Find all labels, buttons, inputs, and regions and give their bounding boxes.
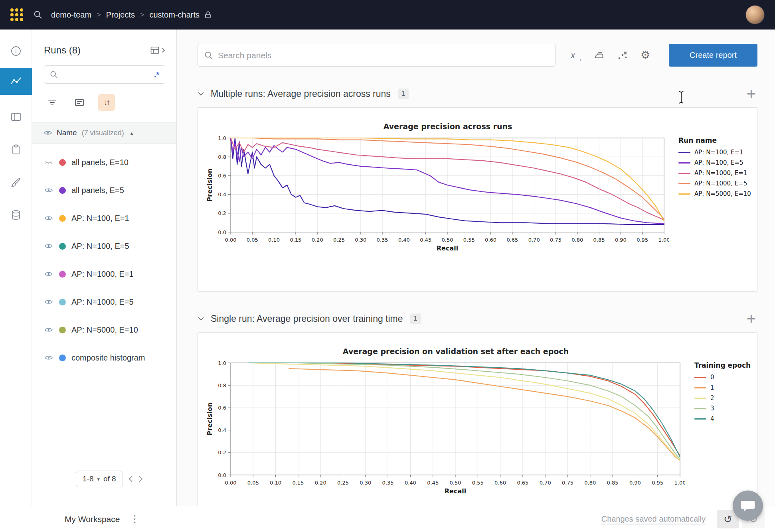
run-row[interactable]: AP: N=100, E=5 xyxy=(32,232,176,260)
charts-workspace-icon[interactable] xyxy=(0,68,32,95)
run-row[interactable]: AP: N=100, E=1 xyxy=(32,204,176,232)
brush-icon[interactable] xyxy=(0,170,32,194)
svg-text:Precision: Precision xyxy=(206,169,214,202)
run-name: AP: N=1000, E=1 xyxy=(71,270,134,279)
svg-text:1.00: 1.00 xyxy=(674,480,685,486)
caret-down-icon: ▾ xyxy=(97,476,100,482)
filter-icon[interactable] xyxy=(44,94,61,111)
settings-gear-icon[interactable]: ⚙ xyxy=(641,50,650,61)
legend-item: AP: N=1000, E=1 xyxy=(678,169,751,177)
svg-text:0.40: 0.40 xyxy=(398,237,410,243)
run-row[interactable]: AP: N=1000, E=1 xyxy=(32,260,176,288)
panel-search-input[interactable] xyxy=(218,51,549,60)
support-chat-button[interactable] xyxy=(733,491,763,521)
svg-text:0.05: 0.05 xyxy=(247,480,259,486)
panel-count-badge: 1 xyxy=(410,313,421,324)
legend-label: 3 xyxy=(710,405,714,412)
breadcrumb-project-name[interactable]: custom-charts xyxy=(149,10,200,20)
svg-text:0.10: 0.10 xyxy=(270,480,281,486)
avatar[interactable] xyxy=(745,5,765,24)
svg-text:0.80: 0.80 xyxy=(571,237,583,243)
chart-area: Average precision on validation set afte… xyxy=(206,343,685,499)
prev-page-button[interactable] xyxy=(129,475,133,483)
chart-legend: Run nameAP: N=100, E=1AP: N=100, E=5AP: … xyxy=(669,118,751,256)
run-color-dot xyxy=(59,215,66,222)
add-panel-icon[interactable]: + xyxy=(747,86,756,102)
eye-hidden-icon[interactable] xyxy=(44,160,53,166)
eye-visible-icon[interactable] xyxy=(44,327,53,333)
svg-text:0.60: 0.60 xyxy=(494,480,506,486)
add-panel-icon[interactable]: + xyxy=(747,311,756,327)
panel-bank-icon[interactable] xyxy=(150,46,165,54)
legend-line-swatch xyxy=(694,418,706,420)
run-row[interactable]: all panels, E=5 xyxy=(32,176,176,204)
clipboard-icon[interactable] xyxy=(0,138,32,162)
wandb-logo[interactable] xyxy=(10,8,23,21)
column-header-name: Name xyxy=(57,128,77,137)
breadcrumb-team[interactable]: demo-team xyxy=(51,10,91,20)
chevron-down-icon[interactable] xyxy=(198,317,204,321)
runs-column-header[interactable]: Name (7 visualized) ▴ xyxy=(32,122,176,144)
chart-panel-average-precision-across-runs[interactable]: Average precision across runs 0.000.050.… xyxy=(198,107,757,292)
legend-line-swatch xyxy=(678,193,690,195)
run-color-dot xyxy=(59,159,66,166)
create-report-button[interactable]: Create report xyxy=(669,44,757,67)
run-row[interactable]: composite histogram xyxy=(32,344,176,372)
info-icon[interactable] xyxy=(0,39,32,63)
svg-text:0.45: 0.45 xyxy=(420,237,431,243)
svg-text:0.35: 0.35 xyxy=(377,237,388,243)
run-name: all panels, E=5 xyxy=(71,186,124,195)
sort-icon[interactable]: ↓↑ xyxy=(98,94,115,111)
svg-text:0.70: 0.70 xyxy=(540,480,551,486)
run-name: AP: N=100, E=5 xyxy=(71,242,129,251)
svg-text:0.8: 0.8 xyxy=(218,382,226,388)
legend-label: AP: N=100, E=1 xyxy=(694,149,743,156)
outliers-icon[interactable] xyxy=(617,51,628,60)
section-header-single-run: Single run: Average precision over train… xyxy=(198,310,757,327)
breadcrumb-projects[interactable]: Projects xyxy=(106,10,135,20)
chart-legend: Training epoch01234 xyxy=(685,343,751,499)
run-name: AP: N=100, E=1 xyxy=(71,214,129,223)
eye-visible-icon[interactable] xyxy=(44,299,53,305)
eye-visible-icon[interactable] xyxy=(44,243,53,249)
eye-visible-icon[interactable] xyxy=(44,355,53,361)
next-page-button[interactable] xyxy=(138,475,143,483)
legend-line-swatch xyxy=(694,408,706,409)
chart-panel-average-precision-per-epoch[interactable]: Average precision on validation set afte… xyxy=(198,332,757,506)
run-row[interactable]: all panels, E=10 xyxy=(32,148,176,176)
breadcrumb-separator: > xyxy=(140,11,144,19)
runs-search-box: .* xyxy=(44,65,165,84)
svg-text:0.80: 0.80 xyxy=(584,480,596,486)
group-icon[interactable] xyxy=(71,94,88,111)
runs-search-input[interactable] xyxy=(62,70,150,79)
legend-label: 1 xyxy=(710,384,714,391)
run-name: composite histogram xyxy=(71,353,145,363)
svg-text:0.90: 0.90 xyxy=(629,480,641,486)
sort-caret-icon: ▴ xyxy=(130,130,133,136)
x-axis-settings-icon[interactable]: x→ xyxy=(571,50,581,61)
smoothing-iron-icon[interactable] xyxy=(593,51,605,60)
database-icon[interactable] xyxy=(0,203,32,227)
text-cursor xyxy=(678,90,685,104)
run-row[interactable]: AP: N=5000, E=10 xyxy=(32,316,176,344)
eye-icon[interactable] xyxy=(44,130,52,136)
svg-text:0.30: 0.30 xyxy=(360,480,371,486)
legend-label: 0 xyxy=(710,374,714,381)
legend-line-swatch xyxy=(678,162,690,164)
chevron-down-icon[interactable] xyxy=(198,92,204,96)
svg-text:Precision: Precision xyxy=(206,402,214,435)
run-row[interactable]: AP: N=1000, E=5 xyxy=(32,288,176,316)
eye-visible-icon[interactable] xyxy=(44,187,53,193)
page-size-selector[interactable]: 1-8 ▾ of 8 xyxy=(76,471,123,487)
search-icon[interactable] xyxy=(34,10,42,19)
workspace-menu-kebab-icon[interactable]: ⋮ xyxy=(130,514,139,524)
eye-visible-icon[interactable] xyxy=(44,271,53,277)
panels-icon[interactable] xyxy=(0,105,32,129)
legend-item: 4 xyxy=(694,415,751,422)
regex-toggle[interactable]: .* xyxy=(154,70,159,79)
legend-item: AP: N=1000, E=5 xyxy=(678,180,751,187)
legend-item: AP: N=100, E=5 xyxy=(678,159,751,166)
section-header-multiple-runs: Multiple runs: Average precision across … xyxy=(198,85,757,102)
legend-line-swatch xyxy=(678,173,690,174)
eye-visible-icon[interactable] xyxy=(44,215,53,221)
